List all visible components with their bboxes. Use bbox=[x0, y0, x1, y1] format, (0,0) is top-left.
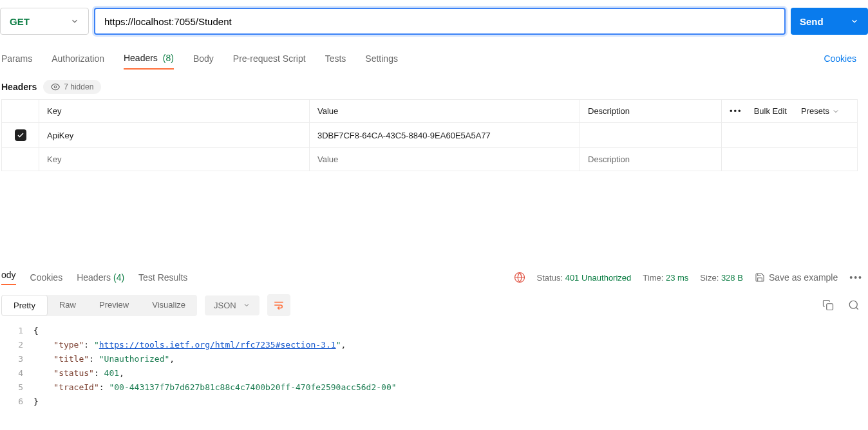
search-icon bbox=[848, 299, 860, 311]
chevron-down-icon bbox=[70, 17, 79, 26]
svg-line-5 bbox=[856, 307, 858, 309]
save-as-example-button[interactable]: Save as example bbox=[755, 272, 838, 283]
header-key-cell[interactable]: ApiKey bbox=[39, 123, 310, 148]
presets-dropdown[interactable]: Presets bbox=[801, 106, 840, 116]
view-visualize[interactable]: Visualize bbox=[140, 295, 197, 316]
more-options-icon[interactable]: ••• bbox=[730, 106, 742, 116]
header-value-placeholder[interactable]: Value bbox=[310, 148, 580, 171]
tab-params[interactable]: Params bbox=[1, 48, 32, 69]
view-preview[interactable]: Preview bbox=[88, 295, 140, 316]
tab-settings[interactable]: Settings bbox=[365, 48, 398, 69]
table-row[interactable]: ApiKey 3DBF7CF8-64CA-43C5-8840-9EA60E5A5… bbox=[2, 123, 858, 148]
svg-rect-3 bbox=[827, 304, 833, 310]
headers-table: Key Value Description ••• Bulk Edit Pres… bbox=[1, 99, 858, 171]
header-key-placeholder[interactable]: Key bbox=[39, 148, 310, 171]
headers-title: Headers bbox=[1, 82, 37, 92]
hidden-headers-toggle[interactable]: 7 hidden bbox=[43, 80, 101, 94]
chevron-down-icon bbox=[243, 301, 250, 309]
hidden-headers-label: 7 hidden bbox=[64, 82, 93, 91]
time-meta: Time: 23 ms bbox=[643, 273, 688, 283]
tab-headers-count: (8) bbox=[163, 53, 174, 63]
tab-prerequest[interactable]: Pre-request Script bbox=[233, 48, 306, 69]
col-key: Key bbox=[39, 100, 310, 123]
send-button-label: Send bbox=[800, 16, 824, 27]
row-checkbox[interactable] bbox=[15, 129, 26, 141]
chevron-down-icon bbox=[850, 17, 859, 26]
header-description-cell[interactable] bbox=[580, 123, 722, 148]
header-description-placeholder[interactable]: Description bbox=[580, 148, 722, 171]
globe-error-icon[interactable] bbox=[514, 272, 525, 283]
header-value-cell[interactable]: 3DBF7CF8-64CA-43C5-8840-9EA60E5A5A77 bbox=[310, 123, 580, 148]
tab-headers-label: Headers bbox=[124, 53, 158, 63]
tab-headers[interactable]: Headers (8) bbox=[124, 48, 174, 70]
format-dropdown[interactable]: JSON bbox=[205, 295, 259, 315]
search-button[interactable] bbox=[845, 296, 863, 314]
view-mode-segmented: Pretty Raw Preview Visualize bbox=[1, 295, 197, 316]
col-value: Value bbox=[310, 100, 580, 123]
copy-button[interactable] bbox=[819, 296, 837, 314]
bulk-edit-link[interactable]: Bulk Edit bbox=[754, 106, 787, 116]
response-tab-body[interactable]: ody bbox=[1, 270, 16, 285]
svg-point-4 bbox=[849, 301, 857, 308]
view-pretty[interactable]: Pretty bbox=[1, 295, 48, 316]
size-meta: Size: 328 B bbox=[700, 273, 743, 283]
check-icon bbox=[17, 131, 24, 139]
tab-authorization[interactable]: Authorization bbox=[52, 48, 104, 69]
save-icon bbox=[755, 272, 765, 283]
view-raw[interactable]: Raw bbox=[48, 295, 88, 316]
copy-icon bbox=[822, 299, 834, 311]
col-description: Description bbox=[580, 100, 722, 123]
response-tab-test-results[interactable]: Test Results bbox=[138, 272, 187, 283]
more-actions-icon[interactable]: ••• bbox=[849, 272, 863, 283]
response-tab-headers[interactable]: Headers (4) bbox=[77, 272, 124, 283]
wrap-icon bbox=[273, 299, 285, 311]
eye-icon bbox=[51, 82, 60, 91]
status-meta: Status: 401 Unauthorized bbox=[537, 273, 632, 283]
request-url-input[interactable] bbox=[94, 8, 786, 35]
svg-point-0 bbox=[55, 86, 57, 88]
send-button[interactable]: Send bbox=[791, 8, 868, 35]
json-code: { "type": "https://tools.ietf.org/html/r… bbox=[33, 324, 397, 409]
line-gutter: 123456 bbox=[1, 324, 33, 409]
http-method-select[interactable]: GET bbox=[0, 8, 89, 35]
chevron-down-icon bbox=[832, 108, 840, 115]
response-body[interactable]: 123456 { "type": "https://tools.ietf.org… bbox=[0, 321, 868, 409]
wrap-lines-button[interactable] bbox=[267, 294, 290, 316]
response-tab-cookies[interactable]: Cookies bbox=[30, 272, 63, 283]
table-row-empty[interactable]: Key Value Description bbox=[2, 148, 858, 171]
http-method-label: GET bbox=[10, 16, 30, 27]
tab-body[interactable]: Body bbox=[193, 48, 214, 69]
tab-tests[interactable]: Tests bbox=[325, 48, 346, 69]
cookies-link[interactable]: Cookies bbox=[824, 53, 867, 64]
